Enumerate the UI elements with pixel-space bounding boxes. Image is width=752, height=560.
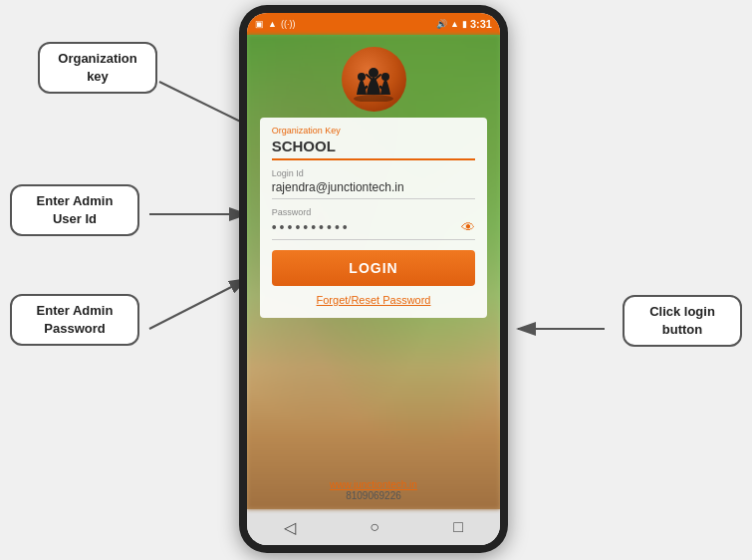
org-key-value: SCHOOL xyxy=(272,138,476,160)
password-label: Password xyxy=(272,207,476,217)
status-time: 3:31 xyxy=(470,18,492,30)
phone-screen: ▣ ▲ ((·)) 🔊 ▲ ▮ 3:31 xyxy=(247,13,500,545)
footer-info: www.junctiontech.in 8109069226 xyxy=(330,479,417,501)
org-key-label: Organization Key xyxy=(272,126,476,136)
recent-nav-icon[interactable]: □ xyxy=(453,518,463,536)
login-button[interactable]: LOGIN xyxy=(272,250,476,286)
svg-point-6 xyxy=(354,95,393,102)
phone-number: 8109069226 xyxy=(330,490,417,501)
status-icons-right: 🔊 ▲ ▮ 3:31 xyxy=(436,18,492,30)
battery-icon: ▮ xyxy=(462,19,467,29)
login-id-value: rajendra@junctiontech.in xyxy=(272,180,476,199)
status-bar: ▣ ▲ ((·)) 🔊 ▲ ▮ 3:31 xyxy=(247,13,500,35)
svg-line-4 xyxy=(149,279,247,329)
password-row: •••••••••• 👁 xyxy=(272,219,476,240)
eye-icon[interactable]: 👁 xyxy=(461,219,475,235)
forget-password-link[interactable]: Forget/Reset Password xyxy=(272,294,476,306)
logo-svg xyxy=(349,57,398,102)
callout-admin-user: Enter AdminUser Id xyxy=(10,184,139,236)
back-nav-icon[interactable]: ◁ xyxy=(284,518,296,537)
website-link[interactable]: www.junctiontech.in xyxy=(330,479,417,490)
callout-org-key: Organization key xyxy=(38,42,157,94)
password-dots: •••••••••• xyxy=(272,219,351,235)
signal-icon: ▲ xyxy=(268,19,277,29)
nav-bar: ◁ ○ □ xyxy=(247,509,500,545)
wifi-icon: ((·)) xyxy=(281,19,296,29)
notification-icon: ▣ xyxy=(255,19,264,29)
status-icons-left: ▣ ▲ ((·)) xyxy=(255,19,295,29)
home-nav-icon[interactable]: ○ xyxy=(370,518,379,536)
logo-container xyxy=(342,47,406,112)
login-id-label: Login Id xyxy=(272,168,476,178)
volume-icon: 🔊 xyxy=(436,19,447,29)
callout-admin-password: Enter AdminPassword xyxy=(10,294,139,346)
login-card: Organization Key SCHOOL Login Id rajendr… xyxy=(260,118,488,318)
phone-frame: ▣ ▲ ((·)) 🔊 ▲ ▮ 3:31 xyxy=(239,5,508,553)
logo-circle xyxy=(342,47,406,112)
wifi-icon-right: ▲ xyxy=(450,19,459,29)
app-content: Organization Key SCHOOL Login Id rajendr… xyxy=(247,35,500,509)
callout-login-button: Click login button xyxy=(623,295,742,347)
svg-point-7 xyxy=(369,68,378,78)
